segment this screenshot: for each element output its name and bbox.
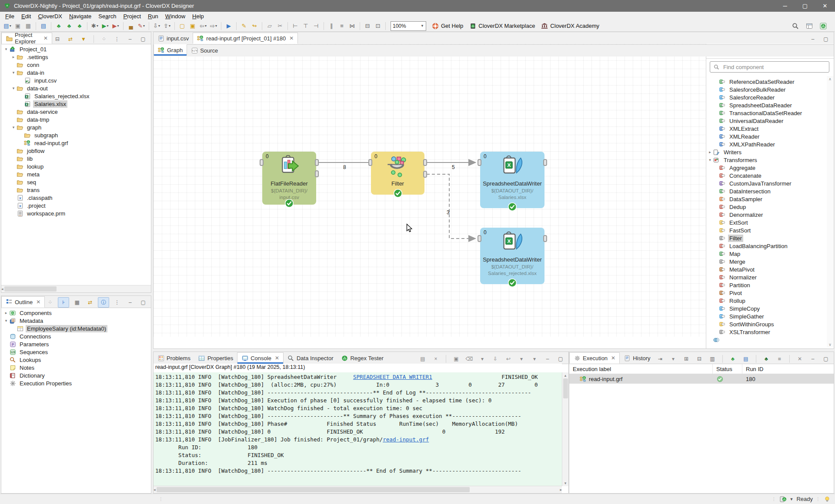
outline-link-editor-icon[interactable]: ⇄ xyxy=(85,298,95,307)
outline-item-metadata[interactable]: ▾Metadata xyxy=(1,317,151,325)
view-tab-problems[interactable]: Problems xyxy=(154,352,194,364)
outline-tree-mode-selected-icon[interactable]: ⊦ xyxy=(58,297,69,308)
view-tab-regex-tester[interactable]: Regex Tester xyxy=(337,352,387,364)
menu-search[interactable]: Search xyxy=(95,13,120,20)
explorer-item-data-tmp[interactable]: data-tmp xyxy=(1,116,151,123)
close-tab-icon[interactable]: ✕ xyxy=(289,35,294,41)
editor-mode-tab-graph[interactable]: Graph xyxy=(154,44,187,56)
distribute-v-button[interactable]: ≡ xyxy=(337,21,347,31)
tab-project-explorer[interactable]: Project Explorer ✕ xyxy=(1,33,52,44)
execution-stopped-gray-icon[interactable]: ■ xyxy=(774,354,785,364)
explorer-item-input-csv[interactable]: input.csv xyxy=(1,76,151,84)
palette-item-xmlreader[interactable]: XMLReader xyxy=(706,133,827,140)
editor-maximize-view-icon[interactable]: ▢ xyxy=(821,34,831,44)
twisty-collapsed-icon[interactable]: ▸ xyxy=(10,55,17,59)
palette-item-referencedatasetreader[interactable]: ReferenceDataSetReader xyxy=(706,78,827,86)
console-clear-console-icon[interactable]: ⌫ xyxy=(464,354,474,364)
execution-minimize-view-icon[interactable]: – xyxy=(808,354,818,364)
twisty-expanded-icon[interactable]: ▾ xyxy=(3,47,9,51)
explorer-item-workspace-prm[interactable]: x=yworkspace.prm xyxy=(1,209,151,217)
scroll-right-icon[interactable]: ▸ xyxy=(560,487,562,492)
palette-item-xmlxpathreader[interactable]: XMLXPathReader xyxy=(706,140,827,148)
execution-lock-columns-icon[interactable]: ▥ xyxy=(707,354,718,364)
palette-item-spreadsheetdatareader[interactable]: SpreadsheetDataReader xyxy=(706,101,827,109)
outline-item-employeesalary-id-metadata0-[interactable]: EmployeeSalary (id:Metadata0) xyxy=(1,325,151,332)
outline-table-mode-icon[interactable]: ▦ xyxy=(72,298,82,307)
palette-item-partition[interactable]: Partition xyxy=(706,281,827,289)
distribute-h-button[interactable]: ∥ xyxy=(326,21,337,31)
chevron-down-icon[interactable]: ▼ xyxy=(790,497,794,501)
component-spreadsheetdatawriter-rejected[interactable]: 0XSpreadsheetDataWriter${DATAOUT_DIR}/Sa… xyxy=(480,228,544,284)
outline-minimize-view-icon[interactable]: – xyxy=(125,298,135,307)
explorer-item-seq[interactable]: seq xyxy=(1,178,151,186)
output-port[interactable] xyxy=(423,171,427,178)
close-tab-icon[interactable]: ✕ xyxy=(275,355,279,361)
twisty-expanded-icon[interactable]: ▾ xyxy=(10,86,17,90)
clover-project-button[interactable]: ♣ xyxy=(53,21,64,31)
component-filter[interactable]: 0Filter xyxy=(371,152,424,195)
column-status[interactable]: Status xyxy=(713,364,742,374)
new-folder-button[interactable]: ▣ xyxy=(187,21,198,31)
project-explorer-hscrollbar[interactable]: ◂ xyxy=(1,285,151,292)
console-link[interactable]: SPREADSHEET DATA WRITER1 xyxy=(353,374,432,380)
explorer-item-lookup[interactable]: lookup xyxy=(1,162,151,170)
palette-item-aggregate[interactable]: Aggregate xyxy=(706,164,827,172)
execution-tree-mode-icon[interactable]: ⇥ xyxy=(655,354,665,364)
marketplace-button[interactable]: CloverDX Marketplace xyxy=(466,21,538,31)
column-execution-label[interactable]: Execution label xyxy=(569,364,713,374)
palette-item-metapivot[interactable]: MetaPivot xyxy=(706,265,827,273)
explorer-item-lib[interactable]: lib xyxy=(1,155,151,162)
view-tab-console[interactable]: Console✕ xyxy=(237,352,284,364)
pe-minimize-view-icon[interactable]: – xyxy=(125,34,135,44)
outline-view-menu-dots-icon[interactable]: ⁘ xyxy=(45,298,55,307)
execution-graph-tracking-icon[interactable]: ♣ xyxy=(728,354,738,364)
output-port[interactable] xyxy=(543,235,547,242)
palette-item-xsltransformer[interactable]: XSLTransformer xyxy=(706,328,827,336)
palette-item-fastsort[interactable]: FastSort xyxy=(706,226,827,234)
console-console-menu-icon[interactable]: ▤ xyxy=(418,354,428,364)
scroll-down-icon[interactable]: ▾ xyxy=(564,481,567,485)
pe-collapse-all-icon[interactable]: ⊟ xyxy=(52,34,63,44)
academy-button[interactable]: CloverDX Academy xyxy=(538,21,602,31)
explorer-item-read-input-grf[interactable]: read-input.grf xyxy=(1,139,151,147)
pe-overflow-icon[interactable]: ⋮ xyxy=(112,34,122,44)
input-port[interactable] xyxy=(260,159,264,166)
console-remove-launch-icon[interactable]: ▣ xyxy=(451,354,461,364)
cleanup-button[interactable]: ✎▾ xyxy=(136,21,147,31)
console-dd-icon[interactable]: ▾ xyxy=(529,354,540,364)
run-graph-button[interactable]: ▶ xyxy=(224,21,234,31)
menu-edit[interactable]: Edit xyxy=(18,13,34,20)
scroll-up-icon[interactable]: ∧ xyxy=(828,77,832,81)
execution-maximize-view-icon[interactable]: ▢ xyxy=(821,354,831,364)
outline-overflow-icon[interactable]: ⋮ xyxy=(112,298,122,307)
explorer-item-trans[interactable]: trans xyxy=(1,186,151,194)
align-left-button[interactable]: ⊢ xyxy=(290,21,301,31)
console-dd-icon[interactable]: ▾ xyxy=(477,354,488,364)
paste-button[interactable]: ▱ xyxy=(264,21,275,31)
palette-item-salesforcebulkreader[interactable]: SalesforceBulkReader xyxy=(706,86,827,93)
twisty-icon[interactable]: ▸ xyxy=(707,150,713,154)
outline-info-selected-icon[interactable]: ⓘ xyxy=(98,297,109,308)
explorer-item--settings[interactable]: ▸.settings xyxy=(1,53,151,61)
palette-item-dedup[interactable]: Dedup xyxy=(706,203,827,211)
scroll-thumb[interactable] xyxy=(4,286,57,292)
output-port[interactable] xyxy=(543,159,547,166)
scroll-thumb[interactable] xyxy=(563,378,568,398)
briefcase-button[interactable]: ▄ xyxy=(126,21,136,31)
palette-item-denormalizer[interactable]: Denormalizer xyxy=(706,211,827,219)
align-right-button[interactable]: ⊣ xyxy=(311,21,321,31)
palette-item-universaldatareader[interactable]: UniversalDataReader xyxy=(706,117,827,125)
server-connect-icon[interactable] xyxy=(780,496,787,503)
search-button[interactable] xyxy=(790,21,801,31)
maximize-button[interactable]: ▢ xyxy=(795,0,815,12)
run-button[interactable]: ▶▾ xyxy=(100,21,110,31)
console-hscrollbar[interactable]: ◂▸ xyxy=(154,486,562,493)
forward-button[interactable]: ⇨▾ xyxy=(208,21,219,31)
minimize-button[interactable]: ─ xyxy=(775,0,795,12)
palette-item-concatenate[interactable]: Concatenate xyxy=(706,172,827,179)
execution-console-blue-icon[interactable]: ▤ xyxy=(741,354,751,364)
editor-tab-input.csv[interactable]: input.csv xyxy=(154,33,193,44)
palette-item-transactionaldatasetreader[interactable]: TransactionalDataSetReader xyxy=(706,109,827,117)
explorer-item-jobflow[interactable]: jobflow xyxy=(1,147,151,155)
clover-search-button[interactable]: ♣ xyxy=(74,21,85,31)
